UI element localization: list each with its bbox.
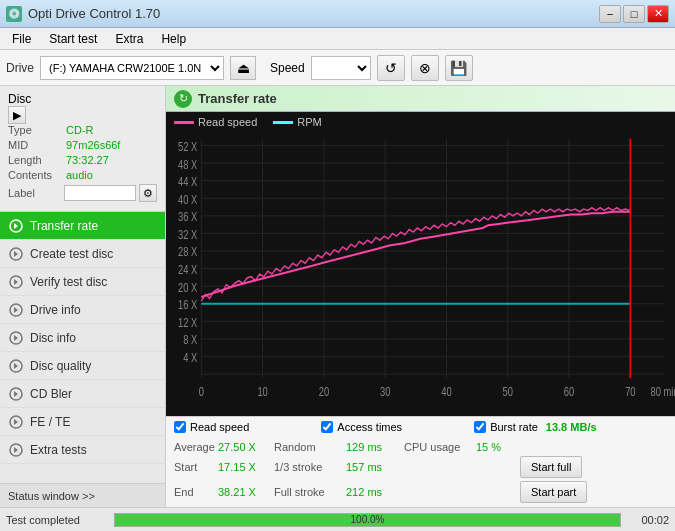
svg-text:60: 60 xyxy=(564,384,574,397)
data-label-1: Start xyxy=(174,461,210,473)
stats-row: Read speed Access times Burst rate 13.8 … xyxy=(166,416,675,437)
nav-label-transfer-rate: Transfer rate xyxy=(30,219,98,233)
access-times-checkbox[interactable] xyxy=(321,421,333,433)
time-value: 00:02 xyxy=(629,514,669,526)
nav-icon-drive-info xyxy=(8,302,24,318)
disc-mid-label: MID xyxy=(8,139,66,151)
nav-label-disc-quality: Disc quality xyxy=(30,359,91,373)
menubar: File Start test Extra Help xyxy=(0,28,675,50)
speed-select[interactable] xyxy=(311,56,371,80)
disc-type-row: Type CD-R xyxy=(8,124,157,136)
disc-mid-row: MID 97m26s66f xyxy=(8,139,157,151)
close-button[interactable]: ✕ xyxy=(647,5,669,23)
disc-label-label: Label xyxy=(8,187,64,199)
svg-text:24 X: 24 X xyxy=(178,263,197,276)
menu-start-test[interactable]: Start test xyxy=(41,30,105,48)
disc-label-input[interactable] xyxy=(64,185,136,201)
burst-rate-checkbox[interactable] xyxy=(474,421,486,433)
status-window-button[interactable]: Status window >> xyxy=(0,483,165,507)
data-row-1: Start 17.15 X 1/3 stroke 157 ms Start fu… xyxy=(174,456,667,478)
disc-length-value: 73:32.27 xyxy=(66,154,109,166)
data-val-0: 27.50 X xyxy=(218,441,266,453)
svg-text:30: 30 xyxy=(380,384,390,397)
refresh-button[interactable]: ↺ xyxy=(377,55,405,81)
read-speed-check-label[interactable]: Read speed xyxy=(174,421,249,433)
disc-type-label: Type xyxy=(8,124,66,136)
svg-text:4 X: 4 X xyxy=(183,351,197,364)
svg-text:20 X: 20 X xyxy=(178,280,197,293)
nav-item-extra-tests[interactable]: Extra tests xyxy=(0,436,165,464)
nav-item-create-test-disc[interactable]: Create test disc xyxy=(0,240,165,268)
nav-label-verify-test-disc: Verify test disc xyxy=(30,275,107,289)
minimize-button[interactable]: − xyxy=(599,5,621,23)
data-key2-1: 1/3 stroke xyxy=(274,461,338,473)
menu-file[interactable]: File xyxy=(4,30,39,48)
read-speed-check-text: Read speed xyxy=(190,421,249,433)
progress-bar: 100.0% xyxy=(114,513,621,527)
nav-icon-disc-quality xyxy=(8,358,24,374)
disc-type-value: CD-R xyxy=(66,124,94,136)
data-key3-0: CPU usage xyxy=(404,441,468,453)
burst-rate-check-label[interactable]: Burst rate 13.8 MB/s xyxy=(474,421,596,433)
burst-rate-check-text: Burst rate xyxy=(490,421,538,433)
legend-read-speed: Read speed xyxy=(174,116,257,128)
chart-header-icon: ↻ xyxy=(174,90,192,108)
clear-button[interactable]: ⊗ xyxy=(411,55,439,81)
nav-item-disc-info[interactable]: Disc info xyxy=(0,324,165,352)
data-val3-0: 15 % xyxy=(476,441,512,453)
main-area: Disc ▶ Type CD-R MID 97m26s66f Length 73… xyxy=(0,86,675,507)
nav-icon-transfer-rate xyxy=(8,218,24,234)
svg-text:44 X: 44 X xyxy=(178,175,197,188)
nav-item-drive-info[interactable]: Drive info xyxy=(0,296,165,324)
statusbar: Test completed 100.0% 00:02 xyxy=(0,507,675,531)
action-btn-1[interactable]: Start full xyxy=(520,456,582,478)
nav-icon-create-test-disc xyxy=(8,246,24,262)
nav-item-verify-test-disc[interactable]: Verify test disc xyxy=(0,268,165,296)
save-button[interactable]: 💾 xyxy=(445,55,473,81)
disc-length-label: Length xyxy=(8,154,66,166)
data-row-0: Average 27.50 X Random 129 ms CPU usage … xyxy=(174,441,667,453)
disc-info-header: Disc ▶ xyxy=(8,92,157,124)
disc-mid-value: 97m26s66f xyxy=(66,139,120,151)
data-row-2: End 38.21 X Full stroke 212 ms Start par… xyxy=(174,481,667,503)
nav-icon-extra-tests xyxy=(8,442,24,458)
disc-length-row: Length 73:32.27 xyxy=(8,154,157,166)
nav-item-transfer-rate[interactable]: Transfer rate xyxy=(0,212,165,240)
disc-info-title: Disc xyxy=(8,92,31,106)
nav-icon-fe-te xyxy=(8,414,24,430)
right-panel: ↻ Transfer rate Read speed RPM 52 X xyxy=(166,86,675,507)
burst-rate-value: 13.8 MB/s xyxy=(546,421,597,433)
disc-arrow-button[interactable]: ▶ xyxy=(8,106,26,124)
legend-rpm-label: RPM xyxy=(297,116,321,128)
legend-rpm-color xyxy=(273,121,293,124)
data-rows: Average 27.50 X Random 129 ms CPU usage … xyxy=(166,437,675,507)
eject-button[interactable]: ⏏ xyxy=(230,56,256,80)
menu-extra[interactable]: Extra xyxy=(107,30,151,48)
nav-label-fe-te: FE / TE xyxy=(30,415,70,429)
speed-label: Speed xyxy=(270,61,305,75)
svg-text:80 min: 80 min xyxy=(651,384,675,397)
nav-item-cd-bler[interactable]: CD Bler xyxy=(0,380,165,408)
nav-label-extra-tests: Extra tests xyxy=(30,443,87,457)
svg-text:28 X: 28 X xyxy=(178,245,197,258)
nav-item-disc-quality[interactable]: Disc quality xyxy=(0,352,165,380)
nav-label-cd-bler: CD Bler xyxy=(30,387,72,401)
drive-select[interactable]: (F:) YAMAHA CRW2100E 1.0N xyxy=(40,56,224,80)
access-times-check-label[interactable]: Access times xyxy=(321,421,402,433)
status-window-label: Status window >> xyxy=(8,490,95,502)
menu-help[interactable]: Help xyxy=(153,30,194,48)
chart-legend: Read speed RPM xyxy=(166,112,675,132)
title-left: 💿 Opti Drive Control 1.70 xyxy=(6,6,160,22)
chart-area: 52 X 48 X 44 X 40 X 36 X 32 X 28 X 24 X … xyxy=(166,132,675,416)
label-settings-button[interactable]: ⚙ xyxy=(139,184,157,202)
read-speed-checkbox[interactable] xyxy=(174,421,186,433)
progress-bar-text: 100.0% xyxy=(115,514,620,526)
action-btn-2[interactable]: Start part xyxy=(520,481,587,503)
svg-text:12 X: 12 X xyxy=(178,316,197,329)
svg-text:50: 50 xyxy=(503,384,513,397)
access-times-check-text: Access times xyxy=(337,421,402,433)
nav-item-fe-te[interactable]: FE / TE xyxy=(0,408,165,436)
chart-header: ↻ Transfer rate xyxy=(166,86,675,112)
maximize-button[interactable]: □ xyxy=(623,5,645,23)
data-val2-1: 157 ms xyxy=(346,461,396,473)
